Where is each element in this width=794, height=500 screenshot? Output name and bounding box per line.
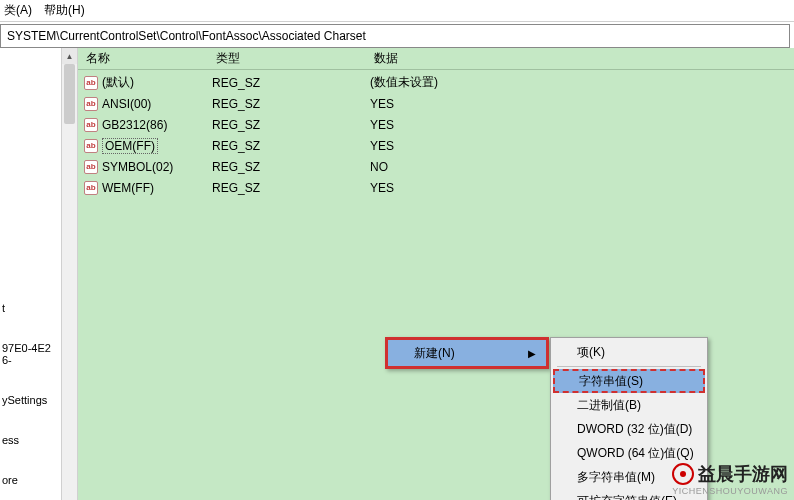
value-type: REG_SZ — [208, 160, 366, 174]
tree-item[interactable]: ySettings — [2, 394, 57, 406]
table-row[interactable]: abSYMBOL(02)REG_SZNO — [78, 156, 794, 177]
value-name: (默认) — [102, 74, 134, 91]
value-data: NO — [366, 160, 794, 174]
address-bar[interactable]: SYSTEM\CurrentControlSet\Control\FontAss… — [0, 24, 790, 48]
left-tree-fragment: t 97E0-4E26- ySettings ess ore — [0, 48, 62, 500]
value-data: (数值未设置) — [366, 74, 794, 91]
menu-item-class[interactable]: 类(A) — [4, 2, 32, 19]
submenu-arrow-icon: ▶ — [528, 348, 536, 359]
menu-separator — [557, 366, 701, 367]
context-menu-primary: 新建(N) ▶ — [385, 337, 549, 369]
column-header: 名称 类型 数据 — [78, 48, 794, 70]
scroll-thumb[interactable] — [64, 64, 75, 124]
string-value-icon: ab — [84, 160, 98, 174]
menu-item-string[interactable]: 字符串值(S) — [553, 369, 705, 393]
tree-item[interactable]: 97E0-4E26- — [2, 342, 57, 366]
tree-item[interactable]: t — [2, 302, 57, 314]
value-data: YES — [366, 181, 794, 195]
value-data: YES — [366, 118, 794, 132]
table-row[interactable]: abWEM(FF)REG_SZYES — [78, 177, 794, 198]
vertical-scrollbar[interactable]: ▲ — [62, 48, 78, 500]
menu-item-help[interactable]: 帮助(H) — [44, 2, 85, 19]
scroll-up-icon[interactable]: ▲ — [62, 48, 77, 64]
value-data: YES — [366, 97, 794, 111]
value-type: REG_SZ — [208, 139, 366, 153]
value-name: SYMBOL(02) — [102, 160, 173, 174]
string-value-icon: ab — [84, 139, 98, 153]
content-area: t 97E0-4E26- ySettings ess ore ▲ 名称 类型 数… — [0, 48, 794, 500]
tree-item[interactable]: ore — [2, 474, 57, 486]
menu-label: 新建(N) — [414, 345, 455, 362]
value-name: WEM(FF) — [102, 181, 154, 195]
table-row[interactable]: abANSI(00)REG_SZYES — [78, 93, 794, 114]
menu-item-binary[interactable]: 二进制值(B) — [553, 393, 705, 417]
tree-item[interactable]: ess — [2, 434, 57, 446]
watermark-url: YICHENSHOUYOUWANG — [672, 486, 788, 496]
col-header-type[interactable]: 类型 — [208, 50, 366, 67]
value-type: REG_SZ — [208, 76, 366, 90]
string-value-icon: ab — [84, 118, 98, 132]
values-panel: 名称 类型 数据 ab(默认)REG_SZ(数值未设置)abANSI(00)RE… — [78, 48, 794, 500]
string-value-icon: ab — [84, 181, 98, 195]
value-type: REG_SZ — [208, 97, 366, 111]
col-header-data[interactable]: 数据 — [366, 50, 794, 67]
watermark-brand: 益晨手游网 — [698, 462, 788, 486]
value-name: ANSI(00) — [102, 97, 151, 111]
col-header-name[interactable]: 名称 — [78, 50, 208, 67]
watermark: 益晨手游网 YICHENSHOUYOUWANG — [672, 462, 788, 496]
value-type: REG_SZ — [208, 118, 366, 132]
menu-item-key[interactable]: 项(K) — [553, 340, 705, 364]
menu-bar: 类(A) 帮助(H) — [0, 0, 794, 22]
table-row[interactable]: abOEM(FF)REG_SZYES — [78, 135, 794, 156]
menu-item-new[interactable]: 新建(N) ▶ — [388, 340, 546, 366]
value-data: YES — [366, 139, 794, 153]
table-row[interactable]: abGB2312(86)REG_SZYES — [78, 114, 794, 135]
address-path: SYSTEM\CurrentControlSet\Control\FontAss… — [7, 29, 366, 43]
menu-item-dword[interactable]: DWORD (32 位)值(D) — [553, 417, 705, 441]
table-row[interactable]: ab(默认)REG_SZ(数值未设置) — [78, 72, 794, 93]
string-value-icon: ab — [84, 76, 98, 90]
string-value-icon: ab — [84, 97, 98, 111]
value-name: GB2312(86) — [102, 118, 167, 132]
value-rows: ab(默认)REG_SZ(数值未设置)abANSI(00)REG_SZYESab… — [78, 70, 794, 198]
value-name: OEM(FF) — [102, 138, 158, 154]
watermark-logo-icon — [672, 463, 694, 485]
value-type: REG_SZ — [208, 181, 366, 195]
